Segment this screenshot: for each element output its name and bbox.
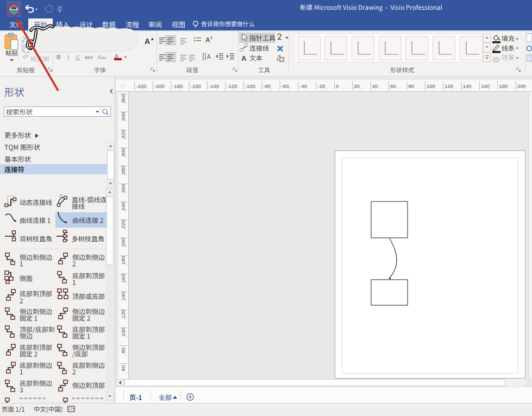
svg-text:-160: -160 bbox=[191, 83, 201, 89]
svg-text:360: 360 bbox=[120, 94, 126, 103]
svg-text:-220: -220 bbox=[136, 83, 147, 89]
svg-text:120: 120 bbox=[445, 83, 453, 89]
svg-text:160: 160 bbox=[120, 274, 126, 283]
svg-text:200: 200 bbox=[120, 238, 126, 247]
svg-text:240: 240 bbox=[120, 202, 126, 211]
svg-text:20: 20 bbox=[354, 83, 360, 89]
svg-text:-140: -140 bbox=[209, 83, 219, 89]
svg-text:300: 300 bbox=[120, 148, 126, 157]
svg-text:60: 60 bbox=[120, 365, 126, 371]
svg-text:120: 120 bbox=[120, 310, 126, 319]
svg-text:80: 80 bbox=[409, 83, 415, 89]
svg-text:320: 320 bbox=[120, 130, 126, 139]
svg-text:260: 260 bbox=[120, 184, 126, 193]
svg-text:-20: -20 bbox=[318, 83, 326, 89]
svg-text:200: 200 bbox=[517, 83, 526, 89]
svg-text:140: 140 bbox=[120, 292, 126, 301]
svg-text:180: 180 bbox=[120, 256, 126, 264]
svg-text:100: 100 bbox=[427, 83, 435, 89]
svg-text:160: 160 bbox=[481, 83, 490, 89]
svg-text:-100: -100 bbox=[245, 83, 255, 89]
svg-text:40: 40 bbox=[372, 83, 378, 89]
svg-text:-40: -40 bbox=[299, 83, 307, 89]
svg-text:A: A bbox=[207, 54, 211, 60]
svg-text:80: 80 bbox=[120, 348, 126, 354]
svg-text:140: 140 bbox=[463, 83, 472, 89]
svg-text:220: 220 bbox=[120, 220, 126, 229]
svg-text:5: 5 bbox=[210, 36, 212, 40]
svg-text:-200: -200 bbox=[154, 83, 165, 89]
svg-text:340: 340 bbox=[120, 112, 126, 121]
svg-text:60: 60 bbox=[390, 83, 396, 89]
svg-text:0: 0 bbox=[336, 83, 339, 89]
svg-text:280: 280 bbox=[120, 166, 126, 175]
svg-text:-120: -120 bbox=[227, 83, 237, 89]
svg-text:100: 100 bbox=[120, 328, 126, 337]
svg-text:-60: -60 bbox=[281, 83, 289, 89]
svg-text:180: 180 bbox=[499, 83, 508, 89]
svg-text:A: A bbox=[205, 36, 210, 44]
svg-text:-80: -80 bbox=[263, 83, 271, 89]
svg-text:-180: -180 bbox=[172, 83, 183, 89]
